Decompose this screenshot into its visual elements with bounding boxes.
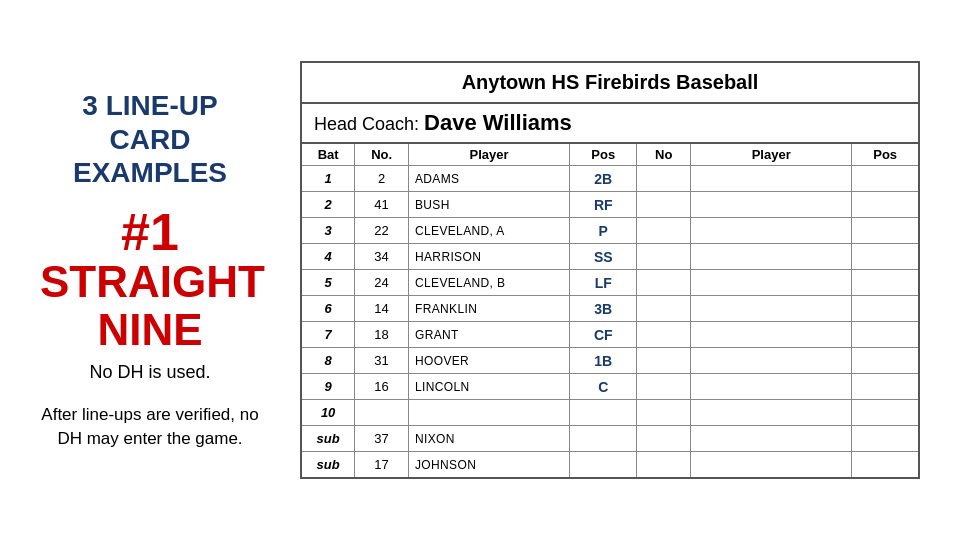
player2-cell	[691, 218, 852, 244]
player2-cell	[691, 296, 852, 322]
no2-cell	[637, 452, 691, 478]
player2-cell	[691, 452, 852, 478]
no-cell: 22	[355, 218, 409, 244]
pos-cell	[570, 426, 637, 452]
main-container: 3 LINE-UP CARDEXAMPLES #1 STRAIGHT NINE …	[0, 0, 960, 540]
bat-cell: 5	[301, 270, 355, 296]
card-title: Anytown HS Firebirds Baseball	[300, 61, 920, 102]
description-text: After line-ups are verified, no DH may e…	[40, 403, 260, 451]
bat-cell: sub	[301, 452, 355, 478]
pos2-cell	[852, 166, 919, 192]
player-cell: JOHNSON	[408, 452, 569, 478]
player2-cell	[691, 192, 852, 218]
no2-cell	[637, 192, 691, 218]
table-row: 524CLEVELAND, BLF	[301, 270, 919, 296]
bat-cell: 2	[301, 192, 355, 218]
pos2-cell	[852, 426, 919, 452]
no2-cell	[637, 166, 691, 192]
coach-name: Dave Williams	[424, 110, 572, 135]
pos2-cell	[852, 322, 919, 348]
no2-cell	[637, 348, 691, 374]
table-row: 10	[301, 400, 919, 426]
player-cell: GRANT	[408, 322, 569, 348]
col-no1: No.	[355, 143, 409, 166]
table-row: 434HARRISONSS	[301, 244, 919, 270]
player-cell: ADAMS	[408, 166, 569, 192]
lineup-card: Anytown HS Firebirds Baseball Head Coach…	[300, 61, 920, 479]
pos-cell	[570, 452, 637, 478]
lineup-body: 12ADAMS2B241BUSHRF322CLEVELAND, AP434HAR…	[301, 166, 919, 478]
pos-cell	[570, 400, 637, 426]
player-cell: CLEVELAND, A	[408, 218, 569, 244]
bat-cell: 9	[301, 374, 355, 400]
table-row: 916LINCOLNC	[301, 374, 919, 400]
table-row: 831HOOVER1B	[301, 348, 919, 374]
pos2-cell	[852, 218, 919, 244]
player-cell: HARRISON	[408, 244, 569, 270]
player-cell: LINCOLN	[408, 374, 569, 400]
no-cell	[355, 400, 409, 426]
player2-cell	[691, 270, 852, 296]
pos-cell: P	[570, 218, 637, 244]
no2-cell	[637, 374, 691, 400]
player-cell: NIXON	[408, 426, 569, 452]
col-bat: Bat	[301, 143, 355, 166]
pos2-cell	[852, 400, 919, 426]
player2-cell	[691, 244, 852, 270]
no2-cell	[637, 400, 691, 426]
col-no2: No	[637, 143, 691, 166]
no2-cell	[637, 296, 691, 322]
bat-cell: 3	[301, 218, 355, 244]
no2-cell	[637, 218, 691, 244]
pos2-cell	[852, 452, 919, 478]
player-cell: HOOVER	[408, 348, 569, 374]
pos-cell: LF	[570, 270, 637, 296]
pos2-cell	[852, 348, 919, 374]
table-header-row: Bat No. Player Pos No Player Pos	[301, 143, 919, 166]
pos2-cell	[852, 270, 919, 296]
no-cell: 31	[355, 348, 409, 374]
pos-cell: 3B	[570, 296, 637, 322]
section-title: 3 LINE-UP CARDEXAMPLES	[40, 89, 260, 190]
table-row: 322CLEVELAND, AP	[301, 218, 919, 244]
no2-cell	[637, 426, 691, 452]
no2-cell	[637, 270, 691, 296]
bat-cell: 8	[301, 348, 355, 374]
no-cell: 37	[355, 426, 409, 452]
no-cell: 16	[355, 374, 409, 400]
no-cell: 18	[355, 322, 409, 348]
nodh-text: No DH is used.	[40, 362, 260, 383]
pos-cell: RF	[570, 192, 637, 218]
player-cell: BUSH	[408, 192, 569, 218]
pos-cell: CF	[570, 322, 637, 348]
table-row: sub37NIXON	[301, 426, 919, 452]
lineup-table: Bat No. Player Pos No Player Pos 12ADAMS…	[300, 142, 920, 479]
pos-cell: 2B	[570, 166, 637, 192]
player2-cell	[691, 166, 852, 192]
bat-cell: 6	[301, 296, 355, 322]
no-cell: 14	[355, 296, 409, 322]
no-cell: 24	[355, 270, 409, 296]
pos2-cell	[852, 296, 919, 322]
col-pos2: Pos	[852, 143, 919, 166]
table-row: 718GRANTCF	[301, 322, 919, 348]
no2-cell	[637, 244, 691, 270]
left-panel: 3 LINE-UP CARDEXAMPLES #1 STRAIGHT NINE …	[40, 89, 260, 451]
example-name-line1: STRAIGHT	[40, 257, 265, 306]
table-row: 614FRANKLIN3B	[301, 296, 919, 322]
bat-cell: sub	[301, 426, 355, 452]
bat-cell: 7	[301, 322, 355, 348]
player-cell	[408, 400, 569, 426]
player2-cell	[691, 400, 852, 426]
coach-label: Head Coach:	[314, 114, 419, 134]
pos2-cell	[852, 244, 919, 270]
card-coach: Head Coach: Dave Williams	[300, 102, 920, 142]
bat-cell: 1	[301, 166, 355, 192]
col-player2: Player	[691, 143, 852, 166]
pos-cell: SS	[570, 244, 637, 270]
example-name: STRAIGHT NINE	[40, 258, 260, 355]
pos-cell: 1B	[570, 348, 637, 374]
player-cell: CLEVELAND, B	[408, 270, 569, 296]
col-player1: Player	[408, 143, 569, 166]
player2-cell	[691, 322, 852, 348]
